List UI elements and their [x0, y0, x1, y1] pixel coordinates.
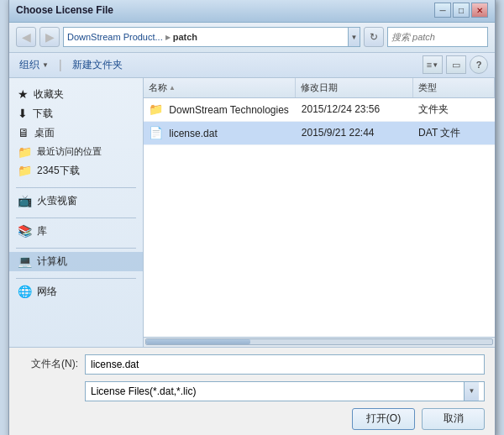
button-row: 打开(O) 取消: [19, 408, 485, 430]
sidebar-item-label: 下载: [33, 107, 53, 121]
sidebar-item-computer[interactable]: 💻 计算机: [9, 252, 143, 271]
filetype-row: License Files(*.dat,*.lic) ▼: [19, 381, 485, 401]
sidebar-divider-1: [16, 187, 136, 188]
refresh-button[interactable]: ↻: [364, 27, 384, 47]
sidebar-item-label: 网络: [37, 285, 57, 299]
horizontal-scrollbar[interactable]: [144, 337, 495, 347]
scrollbar-thumb: [146, 339, 250, 344]
cancel-button[interactable]: 取消: [422, 408, 485, 430]
network-icon: 🌐: [18, 285, 32, 298]
col-header-date[interactable]: 修改日期: [296, 78, 412, 97]
view-arrow: ▼: [432, 61, 438, 69]
window-title: Choose License File: [16, 4, 113, 16]
star-icon: ★: [18, 87, 29, 101]
footer: 文件名(N): License Files(*.dat,*.lic) ▼ 打开(…: [9, 347, 495, 436]
view-controls: ≡ ▼ ▭ ?: [423, 55, 488, 74]
file-date-cell: 2015/9/21 22:44: [297, 125, 413, 140]
title-bar: Choose License File ─ □ ✕: [9, 0, 495, 23]
sidebar-divider-4: [16, 278, 136, 279]
breadcrumb-parent[interactable]: DownStream Product...: [67, 32, 163, 42]
open-button[interactable]: 打开(O): [352, 408, 415, 430]
new-folder-button[interactable]: 新建文件夹: [69, 56, 126, 74]
table-row[interactable]: 📁 DownStream Technologies 2015/12/24 23:…: [144, 98, 495, 122]
breadcrumb: DownStream Product... ▶ patch: [64, 32, 348, 42]
col-header-type[interactable]: 类型: [413, 78, 495, 97]
favorites-section: ★ 收藏夹 ⬇ 下载 🖥 桌面 📁 最近访问的位置 📁 2345下载: [9, 85, 143, 181]
library-icon: 📚: [18, 224, 32, 238]
filetype-dropdown-arrow[interactable]: ▼: [464, 382, 479, 401]
sidebar-divider-2: [16, 218, 136, 218]
organize-arrow: ▼: [42, 61, 49, 69]
sidebar-item-label: 桌面: [34, 126, 55, 140]
view-mode-button[interactable]: ≡ ▼: [423, 55, 443, 74]
pane-icon: ▭: [452, 60, 460, 71]
dialog-window: Choose License File ─ □ ✕ ◀ ▶ DownStream…: [8, 0, 496, 435]
sidebar-item-huoying[interactable]: 📺 火萤视窗: [9, 191, 143, 211]
apps-section: 📺 火萤视窗: [9, 191, 143, 211]
table-row[interactable]: 📄 license.dat 2015/9/21 22:44 DAT 文件: [144, 122, 495, 145]
breadcrumb-dropdown[interactable]: ▼: [348, 28, 360, 46]
file-name-cell: 📁 DownStream Technologies: [144, 101, 297, 118]
open-btn-label: 打开(O): [366, 411, 401, 426]
dat-file-icon: 📄: [149, 126, 163, 139]
recent-icon: 📁: [18, 145, 32, 159]
organize-button[interactable]: 组织 ▼: [16, 56, 52, 74]
content-area: ★ 收藏夹 ⬇ 下载 🖥 桌面 📁 最近访问的位置 📁 2345下载: [9, 78, 495, 347]
sidebar-item-label: 2345下载: [37, 164, 80, 178]
sidebar-item-label: 库: [37, 224, 47, 238]
action-bar: 组织 ▼ | 新建文件夹 ≡ ▼ ▭ ?: [9, 53, 495, 78]
col-date-label: 修改日期: [301, 81, 338, 94]
filename-row: 文件名(N):: [19, 354, 485, 375]
sort-icon: ▲: [169, 84, 176, 92]
computer-section: 💻 计算机: [9, 252, 143, 271]
close-button[interactable]: ✕: [471, 3, 488, 18]
file-list-header: 名称 ▲ 修改日期 类型: [144, 78, 495, 98]
minimize-button[interactable]: ─: [434, 3, 451, 18]
filename-label: 文件名(N):: [19, 357, 78, 371]
sidebar-item-downloads[interactable]: ⬇ 下载: [9, 104, 143, 123]
library-section: 📚 库: [9, 222, 143, 241]
sidebar-item-network[interactable]: 🌐 网络: [9, 282, 143, 301]
filename-input[interactable]: [85, 354, 485, 375]
file-type-cell: DAT 文件: [413, 124, 495, 142]
file-type-cell: 文件夹: [413, 101, 495, 118]
forward-button[interactable]: ▶: [39, 27, 60, 47]
desktop-icon: 🖥: [18, 126, 29, 139]
file-name-cell: 📄 license.dat: [144, 124, 297, 141]
file-panel: 名称 ▲ 修改日期 类型 📁 DownStream Technologies 2…: [144, 78, 495, 347]
col-type-label: 类型: [418, 81, 437, 94]
file-name: DownStream Technologies: [169, 104, 289, 116]
sidebar-item-label: 火萤视窗: [37, 194, 77, 208]
breadcrumb-current: patch: [173, 32, 197, 42]
col-name-label: 名称: [149, 81, 167, 94]
action-divider: |: [59, 58, 62, 71]
help-button[interactable]: ?: [470, 55, 488, 74]
organize-label: 组织: [19, 58, 39, 72]
sidebar-item-2345[interactable]: 📁 2345下载: [9, 161, 143, 181]
sidebar-favorites-header: ★ 收藏夹: [9, 85, 143, 104]
sidebar-item-label: 最近访问的位置: [37, 145, 102, 158]
pane-button[interactable]: ▭: [446, 55, 466, 74]
download-icon: ⬇: [18, 107, 28, 120]
file-name: license.dat: [169, 128, 217, 139]
folder-icon: 📁: [18, 164, 32, 177]
sidebar-item-recent[interactable]: 📁 最近访问的位置: [9, 143, 143, 161]
scrollbar-track: [145, 338, 493, 345]
sidebar-item-desktop[interactable]: 🖥 桌面: [9, 123, 143, 143]
sidebar-divider-3: [16, 248, 136, 249]
computer-icon: 💻: [18, 254, 32, 268]
help-label: ?: [476, 60, 482, 70]
new-folder-label: 新建文件夹: [72, 58, 123, 72]
search-input[interactable]: [388, 32, 504, 42]
col-header-name[interactable]: 名称 ▲: [144, 78, 296, 97]
sidebar-item-library[interactable]: 📚 库: [9, 222, 143, 241]
maximize-button[interactable]: □: [453, 3, 470, 18]
back-button[interactable]: ◀: [16, 27, 36, 47]
title-bar-buttons: ─ □ ✕: [434, 3, 488, 18]
filetype-value: License Files(*.dat,*.lic): [91, 385, 196, 397]
filetype-select[interactable]: License Files(*.dat,*.lic) ▼: [85, 381, 485, 401]
toolbar: ◀ ▶ DownStream Product... ▶ patch ▼ ↻ 🔍: [9, 23, 495, 53]
network-section: 🌐 网络: [9, 282, 143, 301]
sidebar-item-label: 计算机: [37, 254, 67, 269]
favorites-label: 收藏夹: [34, 87, 64, 102]
